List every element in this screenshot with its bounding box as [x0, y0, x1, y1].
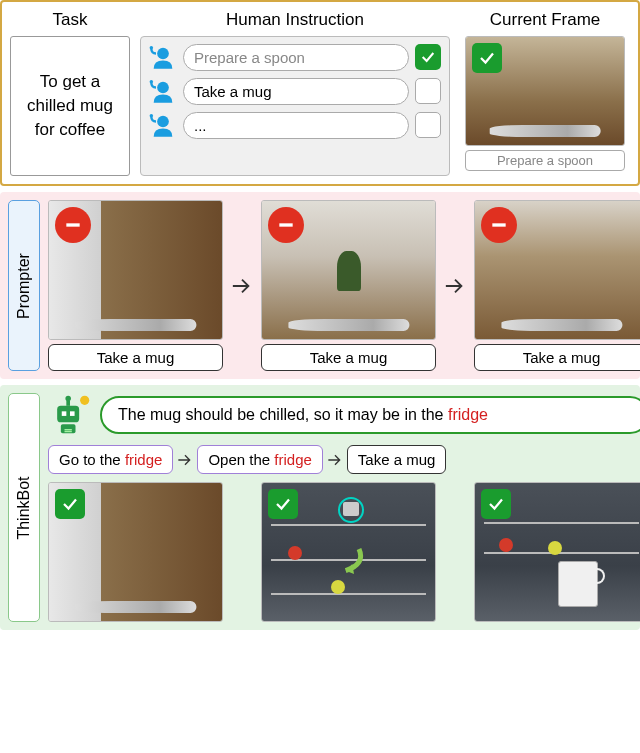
svg-rect-15 — [70, 411, 75, 416]
task-box: To get a chilled mug for coffee — [10, 36, 130, 176]
prompter-caption: Take a mug — [474, 344, 640, 371]
success-badge — [268, 489, 298, 519]
thinkbot-frame — [48, 482, 223, 622]
thinkbot-panel: ThinkBot The mug should be chilled, so i… — [0, 385, 640, 630]
checkmark-icon — [487, 495, 505, 513]
minus-icon — [276, 215, 296, 235]
prompter-content: Take a mug Take a mug — [48, 200, 640, 371]
top-panel: Task To get a chilled mug for coffee Hum… — [0, 0, 640, 186]
action-row: Go to the fridge Open the fridge Take a … — [48, 445, 640, 474]
check-badge-empty — [415, 78, 441, 104]
minus-icon — [63, 215, 83, 235]
checkmark-icon — [61, 495, 79, 513]
svg-point-0 — [157, 48, 169, 60]
thinkbot-frame — [474, 482, 640, 622]
svg-rect-14 — [62, 411, 67, 416]
checkmark-icon — [478, 49, 496, 67]
fail-badge — [268, 207, 304, 243]
instruction-heading: Human Instruction — [140, 10, 450, 30]
checkmark-icon — [420, 49, 436, 65]
svg-point-1 — [150, 46, 154, 50]
check-badge-done — [415, 44, 441, 70]
thinkbot-content: The mug should be chilled, so it may be … — [48, 393, 640, 622]
prompter-frame: Take a mug — [474, 200, 640, 371]
arrow-right-icon — [444, 275, 466, 297]
frame-heading: Current Frame — [460, 10, 630, 30]
fail-badge — [55, 207, 91, 243]
action-box: Take a mug — [347, 445, 447, 474]
svg-point-9 — [80, 396, 89, 405]
svg-rect-6 — [66, 223, 79, 226]
thought-bubble: The mug should be chilled, so it may be … — [100, 396, 640, 434]
instruction-bubble: Take a mug — [183, 78, 409, 105]
instruction-column: Human Instruction Prepare a spoon Take a… — [140, 10, 450, 176]
checkmark-icon — [274, 495, 292, 513]
svg-rect-8 — [492, 223, 505, 226]
prompter-caption: Take a mug — [261, 344, 436, 371]
svg-point-2 — [157, 82, 169, 94]
arrow-right-icon — [327, 451, 343, 469]
instruction-bubble: ... — [183, 112, 409, 139]
thinkbot-frame — [261, 482, 436, 622]
prompter-frame: Take a mug — [261, 200, 436, 371]
frame-caption: Prepare a spoon — [465, 150, 625, 171]
prompter-label: Prompter — [8, 200, 40, 371]
current-frame-image — [465, 36, 625, 146]
success-badge — [55, 489, 85, 519]
arrow-right-icon — [177, 451, 193, 469]
instruction-box: Prepare a spoon Take a mug ... — [140, 36, 450, 176]
fail-badge — [481, 207, 517, 243]
svg-point-5 — [150, 114, 154, 118]
agent-icon — [149, 43, 177, 71]
thought-row: The mug should be chilled, so it may be … — [48, 393, 640, 437]
arrow-right-icon — [231, 275, 253, 297]
agent-icon — [149, 77, 177, 105]
open-arrow-icon — [329, 539, 369, 579]
prompter-caption: Take a mug — [48, 344, 223, 371]
instruction-bubble: Prepare a spoon — [183, 44, 409, 71]
task-column: Task To get a chilled mug for coffee — [10, 10, 130, 176]
prompter-frame: Take a mug — [48, 200, 223, 371]
agent-icon — [149, 111, 177, 139]
action-box: Open the fridge — [197, 445, 322, 474]
svg-rect-10 — [57, 406, 79, 423]
robot-icon — [48, 393, 92, 437]
minus-icon — [489, 215, 509, 235]
instruction-row: ... — [149, 111, 441, 139]
task-heading: Task — [10, 10, 130, 30]
instruction-row: Prepare a spoon — [149, 43, 441, 71]
success-badge — [472, 43, 502, 73]
check-badge-empty — [415, 112, 441, 138]
svg-rect-7 — [279, 223, 292, 226]
success-badge — [481, 489, 511, 519]
svg-point-13 — [65, 396, 71, 402]
action-box: Go to the fridge — [48, 445, 173, 474]
svg-point-3 — [150, 80, 154, 84]
instruction-row: Take a mug — [149, 77, 441, 105]
prompter-panel: Prompter Take a mug — [0, 192, 640, 379]
thinkbot-label: ThinkBot — [8, 393, 40, 622]
current-frame-column: Current Frame Prepare a spoon — [460, 10, 630, 171]
svg-point-4 — [157, 116, 169, 128]
